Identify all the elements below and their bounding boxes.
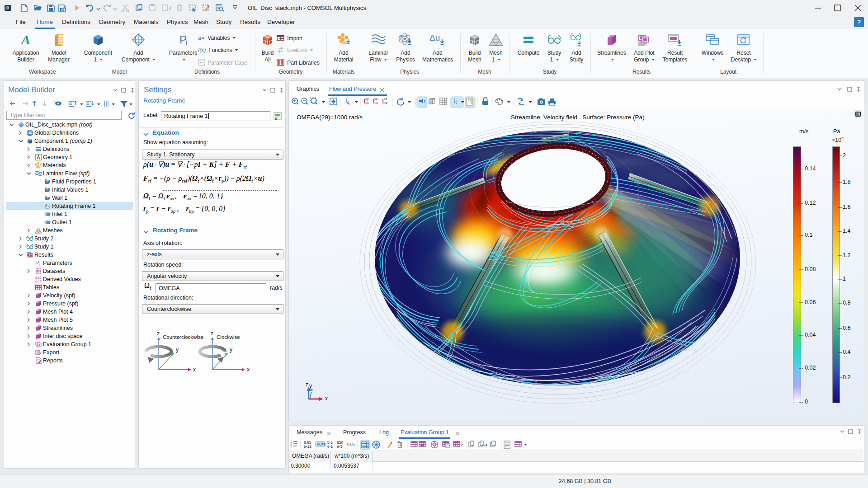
svg-text:P: P [35, 259, 39, 266]
svg-text:e-12: e-12 [304, 444, 311, 449]
svg-text:i: i [39, 262, 40, 267]
svg-text:i: i [203, 61, 203, 66]
svg-text:xy: xy [365, 97, 369, 101]
svg-text:D: D [45, 187, 47, 191]
svg-text:Counterclockwise: Counterclockwise [163, 334, 203, 340]
svg-text:y: y [176, 347, 179, 353]
svg-text:8.85: 8.85 [35, 276, 42, 279]
svg-text:Clockwise: Clockwise [217, 334, 240, 340]
svg-text:z: z [211, 330, 213, 337]
svg-text:e-12: e-12 [35, 280, 42, 283]
svg-text:xz: xz [384, 97, 387, 101]
svg-text:i: i [186, 38, 187, 46]
svg-text:z: z [157, 330, 160, 337]
svg-text:e-1: e-1 [327, 444, 333, 449]
svg-text:Δu: Δu [429, 33, 440, 42]
svg-text:0.85: 0.85 [347, 442, 355, 446]
svg-text:3: 3 [290, 445, 292, 448]
svg-text:a: a [198, 34, 201, 41]
svg-text:D: D [45, 178, 47, 183]
svg-text:y: y [230, 347, 232, 353]
svg-text:AUTO: AUTO [317, 442, 326, 446]
svg-text:x: x [247, 366, 250, 373]
svg-text:e-3: e-3 [337, 444, 343, 449]
svg-text:A: A [20, 33, 30, 47]
svg-text:f(x): f(x) [198, 47, 206, 53]
svg-text:yz: yz [374, 97, 378, 101]
svg-text:x: x [193, 366, 196, 373]
svg-text:=: = [202, 35, 204, 41]
svg-text:D: D [45, 195, 47, 199]
